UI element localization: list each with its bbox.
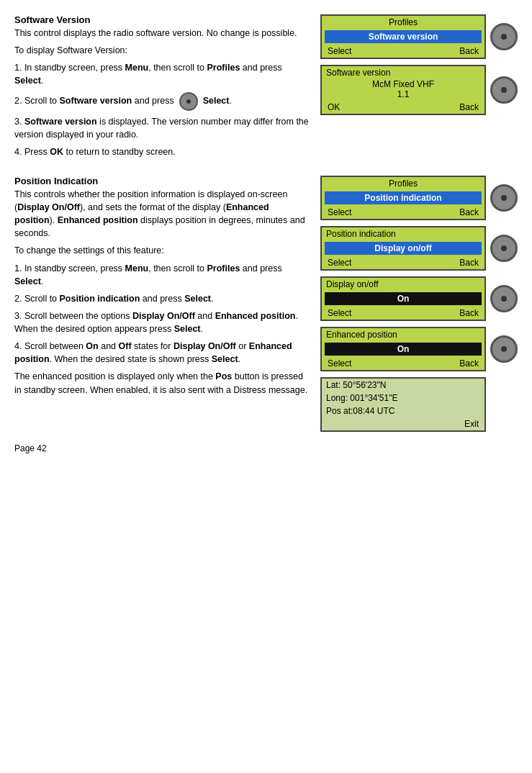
sw-screen1-dial[interactable]: [490, 23, 518, 50]
software-version-section: Profiles Software version Select Back So…: [14, 14, 518, 163]
pos-screen2-dial[interactable]: [490, 235, 518, 262]
pos-screen1-dial[interactable]: [490, 184, 518, 212]
pos-screen1-header: Profiles: [322, 177, 484, 190]
pos-screen1-select[interactable]: Select: [328, 207, 351, 217]
pos-screen1-back[interactable]: Back: [459, 207, 479, 217]
sw-step4-ok: OK: [50, 147, 63, 157]
sw-step4: 4. Press OK to return to standby screen.: [14, 145, 518, 158]
pos-screen4: Enhanced position On Select Back: [320, 327, 486, 371]
pos-screen2-footer: Select Back: [322, 256, 484, 269]
sw-step2-select: Select: [203, 96, 230, 106]
pos-screens: Profiles Position indication Select Back…: [320, 176, 518, 432]
pos-screen3-selected: On: [325, 292, 482, 305]
pos-screen2-back[interactable]: Back: [459, 258, 479, 268]
pos-screen5: Lat: 50°56'23"N Long: 001°34'51"E Pos at…: [320, 377, 486, 432]
sw-step2-sw: Software version: [60, 96, 132, 106]
page-number: Page 42: [14, 443, 47, 453]
pos-step2-select: Select: [184, 294, 211, 304]
sw-screens: Profiles Software version Select Back So…: [320, 14, 518, 115]
sw-screen1: Profiles Software version Select Back: [320, 14, 486, 59]
pos-screen2-select[interactable]: Select: [328, 258, 351, 268]
pos-screen4-wrapper: Enhanced position On Select Back: [320, 327, 518, 371]
page-container: Profiles Software version Select Back So…: [14, 14, 518, 453]
pos-screen2: Position indication Display on/off Selec…: [320, 226, 486, 271]
sw-screen1-selected: Software version: [325, 30, 482, 43]
pos-screen3-header: Display on/off: [322, 278, 484, 291]
pos-note-pos: Pos: [215, 371, 232, 381]
sw-screen2-header: Software version: [322, 66, 484, 79]
pos-screen3-dial[interactable]: [490, 285, 518, 312]
pos-screen5-long: Long: 001°34'51"E: [322, 392, 484, 404]
sw-screen1-wrapper: Profiles Software version Select Back: [320, 14, 518, 59]
pos-step2-pi: Position indication: [60, 294, 140, 304]
pos-screen3-back[interactable]: Back: [459, 308, 479, 318]
pos-screen1-selected: Position indication: [325, 191, 482, 204]
sw-screen2: Software version McM Fixed VHF 1.1 OK Ba…: [320, 65, 486, 115]
pos-screen3-footer: Select Back: [322, 307, 484, 320]
pos-screen3-select[interactable]: Select: [328, 308, 351, 318]
pos-screen4-footer: Select Back: [322, 357, 484, 370]
pos-screen4-select[interactable]: Select: [328, 358, 351, 369]
position-section: Profiles Position indication Select Back…: [14, 176, 518, 432]
page-footer: Page 42: [14, 443, 518, 453]
pos-step4-enhanced: Enhanced position: [14, 341, 292, 364]
sw-screen2-dial[interactable]: [490, 76, 518, 104]
pos-screen4-header: Enhanced position: [322, 328, 484, 341]
pos-screen1-wrapper: Profiles Position indication Select Back: [320, 176, 518, 220]
pos-screen5-pos: Pos at:08:44 UTC: [322, 404, 484, 417]
sw-screen2-line1: McM Fixed VHF: [322, 79, 484, 89]
pos-screen4-selected: On: [325, 343, 482, 356]
sw-step1-menu: Menu: [125, 63, 149, 73]
sw-step3: 3. Software version is displayed. The ve…: [14, 115, 518, 141]
sw-step2: 2. Scroll to Software version and press …: [14, 92, 312, 111]
sw-screen2-back[interactable]: Back: [459, 102, 479, 112]
sw-screen2-wrapper: Software version McM Fixed VHF 1.1 OK Ba…: [320, 65, 518, 115]
pos-step1-menu: Menu: [125, 263, 149, 274]
pos-screen3-wrapper: Display on/off On Select Back: [320, 276, 518, 321]
pos-screen5-footer: Exit: [322, 417, 484, 430]
pos-screen1-footer: Select Back: [322, 206, 484, 219]
pos-step1-profiles: Profiles: [207, 263, 240, 274]
sw-screen2-line2: 1.1: [322, 89, 484, 99]
sw-screen1-select[interactable]: Select: [328, 46, 351, 56]
sw-step2-dial[interactable]: [179, 92, 198, 111]
pos-step4-on: On: [86, 341, 98, 351]
sw-step1-select: Select: [14, 76, 41, 86]
pos-step4-select: Select: [212, 354, 238, 364]
pos-screen5-lat: Lat: 50°56'23"N: [322, 379, 484, 392]
sw-screen1-header: Profiles: [322, 16, 484, 29]
pos-step3-select: Select: [174, 324, 201, 334]
sw-step3-label: Software version: [24, 117, 97, 127]
pos-step3-display: Display On/Off: [132, 311, 195, 321]
sw-screen2-ok[interactable]: OK: [328, 102, 340, 112]
pos-screen4-back[interactable]: Back: [459, 358, 479, 369]
pos-desc-display: Display On/Off: [17, 202, 80, 212]
sw-step1-profiles: Profiles: [207, 63, 240, 73]
pos-screen2-wrapper: Position indication Display on/off Selec…: [320, 226, 518, 271]
pos-desc-enhanced2: Enhanced position: [58, 215, 138, 225]
pos-screen3: Display on/off On Select Back: [320, 276, 486, 321]
pos-step4-display: Display On/Off: [173, 341, 236, 351]
pos-screen2-header: Position indication: [322, 227, 484, 240]
pos-step1-select: Select: [14, 276, 41, 286]
sw-screen2-footer: OK Back: [322, 101, 484, 114]
pos-step4-off: Off: [119, 341, 132, 351]
pos-screen4-dial[interactable]: [490, 335, 518, 363]
sw-screen1-back[interactable]: Back: [459, 46, 479, 56]
sw-screen1-footer: Select Back: [322, 45, 484, 58]
pos-step3-enhanced: Enhanced position: [215, 311, 296, 321]
pos-screen2-selected: Display on/off: [325, 242, 482, 255]
pos-screen5-wrapper: Lat: 50°56'23"N Long: 001°34'51"E Pos at…: [320, 377, 518, 432]
pos-screen5-exit[interactable]: Exit: [464, 419, 479, 429]
pos-screen1: Profiles Position indication Select Back: [320, 176, 486, 220]
